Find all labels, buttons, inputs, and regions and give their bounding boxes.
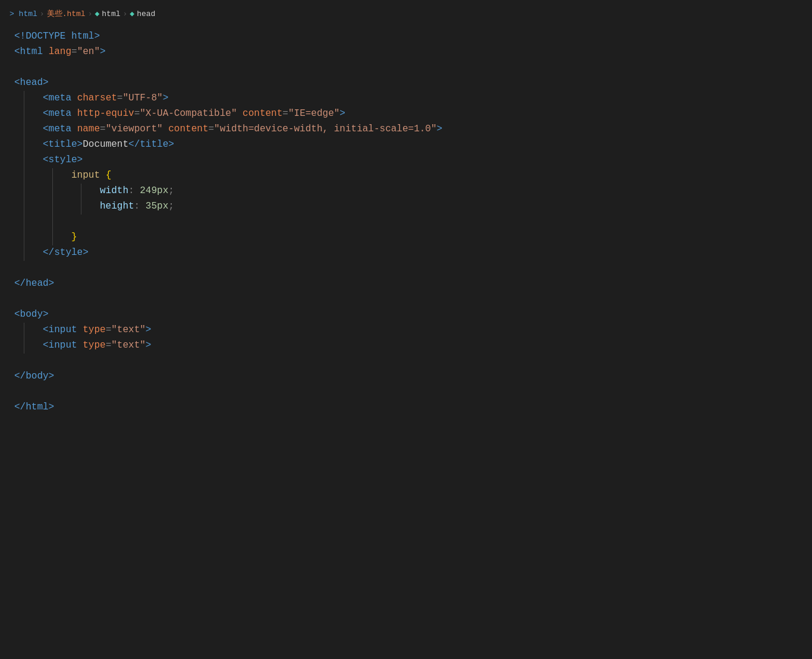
val-en: "en" — [77, 45, 100, 60]
line-width: width : 249px ; — [0, 184, 812, 199]
editor: > html › 美些.html › ◆ html › ◆ head <!DOC… — [0, 0, 812, 659]
breadcrumb-head-icon: ◆ — [130, 8, 134, 21]
line-head-open: <head> — [0, 75, 812, 91]
breadcrumb-html: > html — [10, 8, 37, 21]
line-input1: <input type = "text" > — [0, 323, 812, 338]
doctype-text: <!DOCTYPE html> — [14, 29, 100, 45]
line-style-open: <style> — [0, 153, 812, 168]
blank-line-2 — [0, 261, 812, 276]
line-doctype: <!DOCTYPE html> — [0, 29, 812, 45]
tag-head-open: <head> — [14, 75, 49, 91]
line-brace-close: } — [0, 230, 812, 245]
line-title: <title> Document </title> — [0, 137, 812, 153]
line-meta-viewport: <meta name = "viewport" content = "width… — [0, 122, 812, 137]
line-input2: <input type = "text" > — [0, 338, 812, 354]
line-meta-charset: <meta charset = "UTF-8" > — [0, 91, 812, 106]
tag-html-open: <html — [14, 45, 43, 60]
blank-line-1 — [0, 60, 812, 75]
line-height: height : 35px ; — [0, 199, 812, 215]
blank-line-5 — [0, 384, 812, 400]
css-selector-input: input — [71, 168, 100, 184]
line-body-close: </body> — [0, 369, 812, 384]
line-html-open: <html lang = "en" > — [0, 45, 812, 60]
line-body-open: <body> — [0, 307, 812, 323]
tag-html-close: </html> — [14, 400, 54, 415]
line-head-close: </head> — [0, 276, 812, 292]
breadcrumb: > html › 美些.html › ◆ html › ◆ head — [0, 6, 812, 26]
breadcrumb-sep2: › — [88, 8, 93, 21]
attr-lang: lang — [49, 45, 71, 60]
line-meta-http: <meta http-equiv = "X-UA-Compatible" con… — [0, 106, 812, 122]
line-selector-input: input { — [0, 168, 812, 184]
code-area: <!DOCTYPE html> <html lang = "en" > <hea… — [0, 26, 812, 427]
blank-line-3 — [0, 292, 812, 307]
breadcrumb-sep3: › — [123, 8, 128, 21]
breadcrumb-html2: ◆ — [95, 8, 99, 21]
tag-head-close: </head> — [14, 276, 54, 292]
line-style-close: </style> — [0, 245, 812, 261]
blank-line-4 — [0, 354, 812, 369]
tag-body-open: <body> — [14, 307, 49, 323]
breadcrumb-sep1: › — [40, 8, 45, 21]
blank-inside-style — [0, 215, 812, 230]
line-html-close: </html> — [0, 400, 812, 415]
breadcrumb-html-label: html — [102, 8, 120, 21]
tag-body-close: </body> — [14, 369, 54, 384]
breadcrumb-file: 美些.html — [47, 8, 86, 21]
breadcrumb-head-label: head — [137, 8, 155, 21]
